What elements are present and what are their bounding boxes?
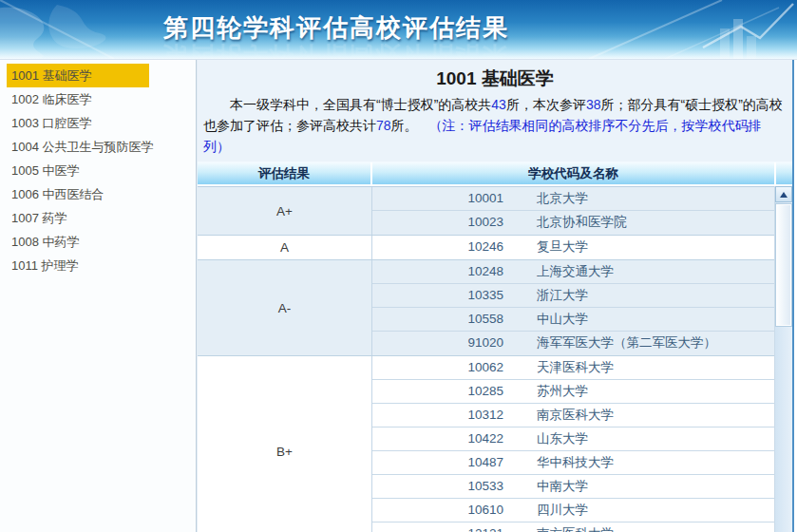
school-list: 10062 天津医科大学 10285 苏州大学 10312 南京医科大学 104… [372, 356, 774, 532]
arrow-up-icon [780, 192, 788, 198]
page-title: 第四轮学科评估高校评估结果 [163, 11, 509, 45]
school-code: 91020 [372, 332, 503, 355]
sidebar-item-label: 1003 口腔医学 [11, 116, 92, 130]
school-name: 北京大学 [537, 187, 588, 210]
sidebar-item-label: 1001 基础医学 [11, 68, 92, 83]
sidebar-item-label: 1002 临床医学 [11, 92, 92, 106]
intro-paragraph: 本一级学科中，全国具有“博士授权”的高校共43所，本次参评38所；部分具有“硕士… [203, 94, 785, 157]
school-row: 10246 复旦大学 [372, 236, 774, 259]
school-code: 10312 [372, 404, 503, 427]
school-code: 10533 [372, 475, 503, 498]
grade-label: A+ [198, 187, 372, 235]
school-name: 浙江大学 [537, 284, 588, 307]
school-name: 华中科技大学 [537, 451, 614, 474]
school-row: 10312 南京医科大学 [372, 404, 774, 428]
school-name: 山东大学 [537, 428, 588, 450]
sidebar-item[interactable]: 1005 中医学 [7, 159, 149, 182]
scrollbar-up-button[interactable] [775, 186, 792, 202]
sidebar-item[interactable]: 1004 公共卫生与预防医学 [7, 135, 149, 159]
school-row: 10023 北京协和医学院 [372, 211, 774, 235]
sidebar-item[interactable]: 1006 中西医结合 [7, 182, 149, 206]
grade-group: B+ 10062 天津医科大学 10285 苏州大学 10312 南京医科大学 … [198, 356, 774, 532]
school-name: 天津医科大学 [537, 356, 614, 379]
school-row: 10001 北京大学 [372, 187, 774, 211]
banner: 第四轮学科评估高校评估结果 第四轮学科评估高校评估结果 [0, 0, 797, 59]
table-scrollbar[interactable] [774, 186, 792, 532]
school-code: 10023 [372, 211, 503, 235]
sidebar-item[interactable]: 1008 中药学 [7, 230, 149, 254]
sidebar-item[interactable]: 1002 临床医学 [7, 87, 149, 111]
school-list: 10248 上海交通大学 10335 浙江大学 10558 中山大学 91020… [372, 260, 774, 355]
school-list: 10246 复旦大学 [372, 236, 774, 259]
header-school-column: 学校代码及名称 [372, 162, 774, 184]
header-grade-column: 评估结果 [198, 162, 372, 184]
school-code: 10422 [372, 428, 503, 450]
sidebar-list: 1001 基础医学1002 临床医学1003 口腔医学1004 公共卫生与预防医… [0, 64, 196, 277]
school-row: 12121 南方医科大学 [372, 522, 774, 532]
school-row: 10533 中南大学 [372, 475, 774, 499]
school-code: 10487 [372, 451, 503, 474]
grade-label: A [198, 236, 372, 259]
school-row: 10558 中山大学 [372, 308, 774, 332]
main-panel: 1001 基础医学 本一级学科中，全国具有“博士授权”的高校共43所，本次参评3… [197, 60, 794, 532]
school-row: 10335 浙江大学 [372, 284, 774, 308]
content-area: 1001 基础医学1002 临床医学1003 口腔医学1004 公共卫生与预防医… [0, 59, 797, 532]
school-row: 10422 山东大学 [372, 428, 774, 451]
grade-label: A- [198, 260, 372, 355]
school-name: 南方医科大学 [537, 522, 614, 532]
sidebar-item-label: 1005 中医学 [11, 163, 80, 178]
school-row: 91020 海军军医大学（第二军医大学） [372, 332, 774, 355]
school-name: 中南大学 [537, 475, 588, 498]
table-header-row: 评估结果 学校代码及名称 [198, 162, 792, 186]
school-name: 四川大学 [537, 499, 588, 522]
sidebar-item[interactable]: 1003 口腔医学 [7, 111, 149, 135]
sidebar: 1001 基础医学1002 临床医学1003 口腔医学1004 公共卫生与预防医… [0, 60, 197, 532]
sidebar-item[interactable]: 1001 基础医学 [7, 64, 149, 87]
section-title: 1001 基础医学 [198, 66, 792, 91]
results-table: 评估结果 学校代码及名称 A+ 10001 北京大学 10023 北京协和医学院… [198, 162, 792, 532]
school-name: 海军军医大学（第二军医大学） [537, 332, 716, 355]
school-list: 10001 北京大学 10023 北京协和医学院 [372, 187, 774, 235]
school-code: 12121 [372, 522, 503, 532]
header-scrollbar-spacer [774, 162, 792, 184]
school-name: 南京医科大学 [537, 404, 614, 427]
school-code: 10335 [372, 284, 503, 307]
sidebar-item-label: 1008 中药学 [11, 235, 80, 249]
school-row: 10610 四川大学 [372, 499, 774, 522]
intro-count-total: 78 [376, 118, 391, 133]
sidebar-item-label: 1004 公共卫生与预防医学 [11, 140, 154, 154]
intro-text-2: 所，本次参评 [506, 97, 586, 112]
school-name: 苏州大学 [537, 380, 588, 403]
school-name: 北京协和医学院 [537, 211, 627, 235]
school-code: 10285 [372, 380, 503, 403]
school-code: 10062 [372, 356, 503, 379]
school-name: 中山大学 [537, 308, 588, 331]
scrollbar-track[interactable] [775, 202, 792, 532]
grade-group: A 10246 复旦大学 [198, 236, 774, 260]
sidebar-item-label: 1006 中西医结合 [11, 187, 104, 201]
school-code: 10610 [372, 499, 503, 522]
school-row: 10248 上海交通大学 [372, 260, 774, 284]
school-name: 复旦大学 [537, 236, 588, 259]
school-name: 上海交通大学 [537, 260, 614, 283]
grade-group: A- 10248 上海交通大学 10335 浙江大学 10558 中山大学 91… [198, 260, 774, 356]
school-code: 10246 [372, 236, 503, 259]
intro-text-1: 本一级学科中，全国具有“博士授权”的高校共 [230, 97, 491, 112]
school-code: 10001 [372, 187, 503, 210]
sidebar-item[interactable]: 1007 药学 [7, 206, 149, 230]
intro-text-4: 所。 [391, 118, 418, 133]
school-row: 10062 天津医科大学 [372, 356, 774, 380]
page: 第四轮学科评估高校评估结果 第四轮学科评估高校评估结果 1001 基础医学100… [0, 0, 797, 532]
school-row: 10285 苏州大学 [372, 380, 774, 404]
school-code: 10558 [372, 308, 503, 331]
school-row: 10487 华中科技大学 [372, 451, 774, 475]
school-code: 10248 [372, 260, 503, 283]
grade-label: B+ [198, 356, 372, 532]
intro-count-doctoral: 43 [491, 97, 506, 112]
intro-count-evaluated: 38 [586, 97, 601, 112]
sidebar-item-label: 1011 护理学 [11, 258, 79, 273]
table-body-wrap: A+ 10001 北京大学 10023 北京协和医学院 A 10246 复旦大学… [198, 186, 792, 532]
sidebar-item-label: 1007 药学 [11, 211, 67, 225]
sidebar-item[interactable]: 1011 护理学 [7, 254, 149, 277]
scrollbar-thumb[interactable] [776, 204, 791, 326]
